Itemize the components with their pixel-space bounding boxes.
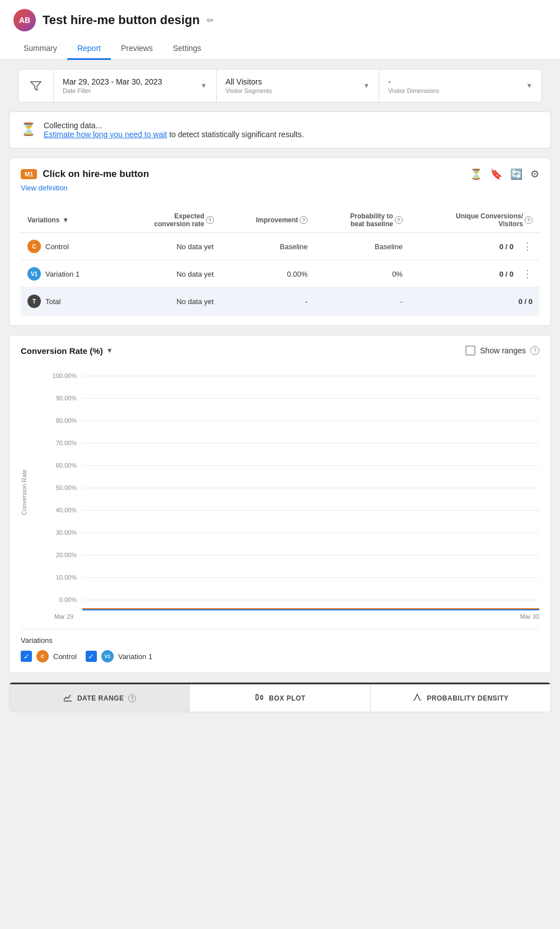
chart-grid: 100.00% 90.00% 80.00% 70.00% 60.00% 50.0… (49, 365, 539, 611)
show-ranges-info-icon[interactable]: ? (530, 346, 539, 355)
expected-rate-cell: No data yet (115, 260, 221, 288)
tab-previews[interactable]: Previews (111, 38, 163, 60)
grid-label: 30.00% (49, 529, 82, 536)
grid-label: 70.00% (49, 440, 82, 446)
tab-date-range-label: DATE RANGE (77, 694, 124, 702)
metric-badge: M1 (21, 169, 37, 179)
probability-density-icon (412, 692, 422, 704)
date-range-icon (63, 692, 73, 704)
visitor-dimensions-filter[interactable]: - Visitor Dimensions ▼ (379, 69, 542, 102)
estimate-link[interactable]: Estimate how long you need to wait (44, 130, 167, 139)
box-plot-icon (254, 692, 264, 704)
view-definition-link[interactable]: View definition (21, 184, 68, 192)
probability-cell: Baseline (314, 233, 409, 260)
variation-name: Variation 1 (45, 270, 80, 278)
improvement-info-icon[interactable]: ? (300, 216, 307, 224)
hourglass-icon: ⏳ (21, 122, 36, 137)
legend-variation1-checkbox[interactable]: ✓ (86, 651, 97, 662)
metric-table: Variations ▼ Expectedconversion rate ? I… (21, 208, 539, 315)
tab-summary[interactable]: Summary (13, 38, 67, 60)
metric-hourglass-icon[interactable]: ⏳ (470, 168, 482, 180)
legend-control-checkbox[interactable]: ✓ (21, 651, 32, 662)
chart-title-chevron[interactable]: ▼ (106, 347, 113, 354)
variation-dot: V1 (27, 267, 41, 281)
svg-marker-0 (31, 82, 41, 90)
filter-icon (18, 69, 54, 102)
variation-dot: T (27, 295, 41, 308)
expected-rate-cell: No data yet (115, 288, 221, 315)
probability-cell: - (314, 288, 409, 315)
collecting-data-alert: ⏳ Collecting data... Estimate how long y… (9, 111, 551, 148)
visitor-dimensions-chevron: ▼ (526, 82, 533, 90)
legend-item-variation1: ✓ V1 Variation 1 (86, 650, 152, 662)
date-filter-chevron: ▼ (200, 82, 207, 90)
grid-label: 0.00% (49, 596, 82, 603)
tab-date-range[interactable]: DATE RANGE ? (10, 684, 190, 712)
x-axis-labels: Mar 29 Mar 30 (54, 613, 539, 620)
show-ranges-checkbox[interactable] (465, 346, 475, 356)
conversions-cell: 0 / 0 (416, 297, 533, 306)
legend-control-dot: C (36, 650, 49, 662)
chart-svg-container (82, 365, 539, 611)
date-range-info-icon[interactable]: ? (128, 694, 136, 702)
chart-area: Conversion Rate 100.00% 90.00% 80.00% 70… (21, 365, 539, 620)
chart-legend: Variations ✓ C Control ✓ V1 Variation 1 (21, 629, 539, 662)
grid-label: 10.00% (49, 574, 82, 581)
row-more-menu[interactable]: ⋮ (522, 240, 533, 253)
nav-tabs: Summary Report Previews Settings (13, 38, 547, 59)
tab-probability-density[interactable]: PROBABILITY DENSITY (371, 684, 550, 712)
edit-icon[interactable]: ✏ (207, 15, 214, 26)
tab-report[interactable]: Report (67, 38, 111, 60)
probability-header: Probability tobeat baseline ? (350, 212, 403, 228)
legend-control-label: Control (53, 652, 77, 661)
filter-bar: Mar 29, 2023 - Mar 30, 2023 Date Filter … (18, 69, 542, 102)
y-axis-label: Conversion Rate (21, 469, 27, 515)
tab-probability-density-label: PROBABILITY DENSITY (427, 694, 508, 702)
avatar: AB (13, 9, 36, 31)
svg-rect-4 (256, 695, 258, 699)
variation-cell: V1 Variation 1 (27, 267, 109, 281)
tab-settings[interactable]: Settings (163, 38, 212, 60)
chart-section: Conversion Rate (%) ▼ Show ranges ? Conv… (9, 335, 551, 673)
conversions-cell: 0 / 0 ⋮ (416, 268, 533, 280)
probability-cell: 0% (314, 260, 409, 288)
expected-rate-cell: No data yet (115, 233, 221, 260)
conversions-value: 0 / 0 (519, 297, 533, 306)
visitor-segments-filter[interactable]: All Visitors Visitor Segments ▼ (217, 69, 380, 102)
chart-svg (82, 365, 539, 611)
metric-title: Click on hire-me button (43, 169, 149, 180)
show-ranges-label: Show ranges (480, 346, 526, 355)
metric-refresh-icon[interactable]: 🔄 (510, 168, 522, 180)
conversions-info-icon[interactable]: ? (525, 216, 533, 224)
conversions-value: 0 / 0 (500, 270, 514, 278)
date-filter[interactable]: Mar 29, 2023 - Mar 30, 2023 Date Filter … (54, 69, 217, 102)
grid-label: 90.00% (49, 395, 82, 402)
row-more-menu[interactable]: ⋮ (522, 268, 533, 280)
expected-rate-header: Expectedconversion rate ? (154, 212, 213, 228)
improvement-cell: Baseline (221, 233, 315, 260)
variations-header: Variations (27, 216, 59, 224)
metric-bookmark-icon[interactable]: 🔖 (490, 168, 502, 180)
chart-title: Conversion Rate (%) (21, 346, 103, 356)
probability-info-icon[interactable]: ? (395, 216, 403, 224)
grid-label: 40.00% (49, 507, 82, 513)
improvement-cell: - (221, 288, 315, 315)
tab-box-plot-label: BOX PLOT (269, 694, 305, 702)
bottom-tabs: DATE RANGE ? BOX PLOT (10, 683, 550, 712)
conversions-header: Unique Conversions/Visitors ? (456, 212, 533, 228)
conversions-cell: 0 / 0 ⋮ (416, 240, 533, 253)
legend-title: Variations (21, 636, 539, 645)
tab-box-plot[interactable]: BOX PLOT (190, 684, 370, 712)
expected-rate-info-icon[interactable]: ? (206, 216, 214, 224)
variations-filter-icon[interactable]: ▼ (62, 216, 69, 224)
metric-settings-icon[interactable]: ⚙ (530, 168, 539, 180)
improvement-header: Improvement ? (256, 216, 307, 224)
grid-label: 80.00% (49, 417, 82, 424)
variation-name: Total (45, 297, 60, 306)
alert-text: Collecting data... Estimate how long you… (44, 121, 304, 139)
legend-item-control: ✓ C Control (21, 650, 77, 662)
grid-label: 50.00% (49, 484, 82, 491)
svg-rect-5 (260, 696, 263, 699)
legend-items: ✓ C Control ✓ V1 Variation 1 (21, 650, 539, 662)
metric-card: M1 Click on hire-me button ⏳ 🔖 🔄 ⚙ View … (9, 157, 551, 326)
